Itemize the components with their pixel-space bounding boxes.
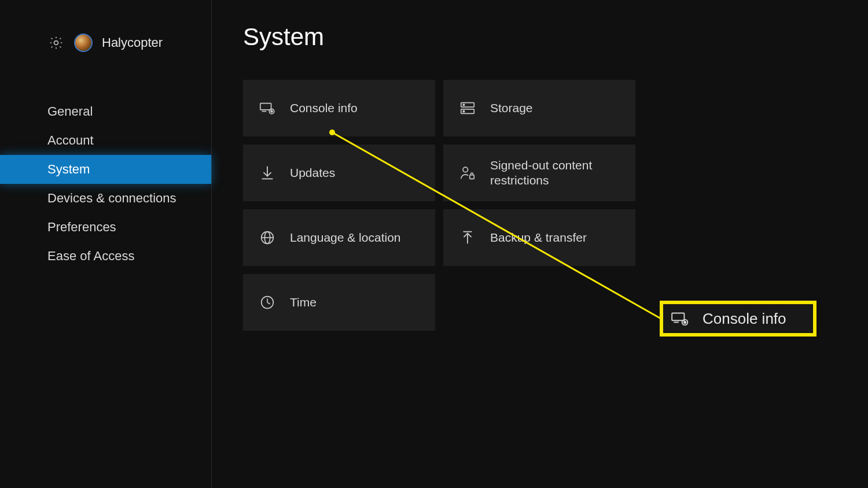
callout-label: Console info	[703, 310, 786, 328]
tile-label: Signed-out content restrictions	[490, 158, 606, 188]
svg-rect-12	[470, 175, 475, 179]
sidebar-item-preferences[interactable]: Preferences	[0, 213, 211, 242]
sidebar-item-ease-of-access[interactable]: Ease of Access	[0, 242, 211, 271]
gear-icon	[47, 34, 65, 51]
sidebar-item-account[interactable]: Account	[0, 126, 211, 155]
tile-signed-out-content-restrictions[interactable]: Signed-out content restrictions	[443, 145, 635, 201]
tile-storage[interactable]: Storage	[443, 80, 635, 136]
sidebar-item-label: General	[47, 104, 93, 119]
svg-point-8	[463, 110, 464, 112]
svg-rect-1	[260, 103, 271, 110]
avatar[interactable]	[74, 34, 93, 52]
main: System Console info	[243, 23, 845, 331]
callout-console-info: Console info	[660, 301, 816, 337]
sidebar-item-label: Preferences	[47, 220, 116, 234]
sidebar-item-general[interactable]: General	[0, 97, 211, 126]
download-arrow-icon	[259, 164, 276, 182]
tile-language-location[interactable]: Language & location	[243, 209, 435, 266]
arrow-up-icon	[459, 229, 476, 246]
svg-line-20	[267, 302, 270, 304]
page-title: System	[243, 23, 845, 51]
clock-icon	[259, 294, 276, 311]
person-lock-icon	[459, 164, 476, 182]
tile-updates[interactable]: Updates	[243, 145, 435, 201]
svg-rect-23	[672, 313, 684, 320]
svg-point-26	[684, 321, 686, 323]
svg-point-4	[271, 110, 273, 112]
svg-point-7	[463, 104, 464, 105]
tile-time[interactable]: Time	[243, 274, 435, 331]
globe-icon	[259, 229, 276, 246]
sidebar-item-devices-connections[interactable]: Devices & connections	[0, 184, 211, 213]
sidebar-item-label: Devices & connections	[47, 191, 176, 205]
tile-label: Storage	[490, 101, 533, 116]
svg-point-0	[54, 41, 58, 45]
tile-label: Console info	[290, 101, 358, 116]
tile-label: Language & location	[290, 230, 401, 245]
console-gear-icon	[259, 99, 276, 117]
sidebar-item-label: Ease of Access	[47, 249, 134, 263]
sidebar-item-system[interactable]: System	[0, 155, 211, 184]
sidebar: Halycopter General Account System Device…	[0, 0, 212, 488]
profile-row: Halycopter	[0, 0, 211, 52]
tile-console-info[interactable]: Console info	[243, 80, 435, 136]
tile-label: Backup & transfer	[490, 230, 587, 245]
tile-label: Time	[290, 295, 317, 310]
username: Halycopter	[102, 35, 163, 50]
tile-backup-transfer[interactable]: Backup & transfer	[443, 209, 635, 266]
sidebar-item-label: Account	[47, 133, 94, 147]
tile-grid: Console info Storage Upda	[243, 80, 635, 331]
svg-point-11	[463, 167, 468, 172]
tile-label: Updates	[290, 165, 335, 180]
console-gear-icon	[670, 309, 690, 328]
storage-icon	[459, 99, 476, 117]
nav: General Account System Devices & connect…	[0, 97, 211, 271]
sidebar-item-label: System	[47, 162, 90, 176]
